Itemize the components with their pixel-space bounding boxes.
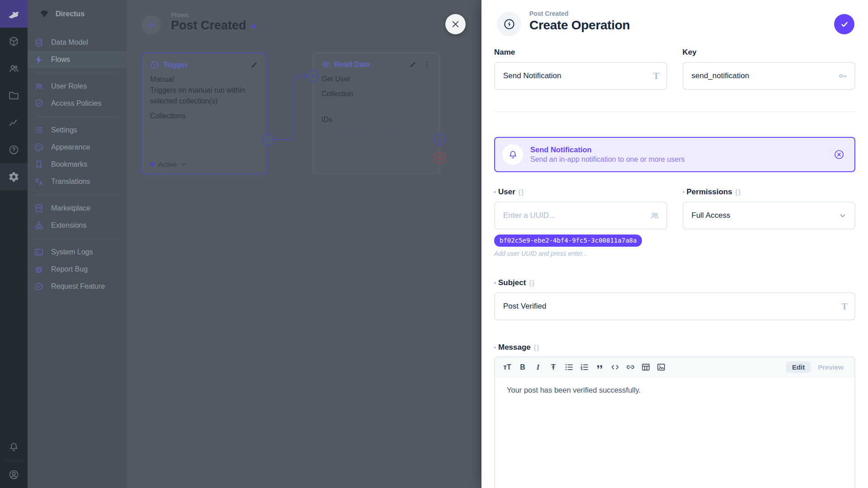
link-icon [626,362,635,372]
trigger-panel[interactable]: Trigger Manual Triggers on manual run wi… [141,52,267,174]
nav-divider [34,117,120,117]
status-label: Active [158,160,177,168]
module-bar [0,0,28,488]
remove-operation-type-button[interactable] [834,149,844,160]
active-dot-icon [150,162,155,167]
read-data-panel[interactable]: Read Data Get User Collection directus_u… [313,52,440,174]
edited-dot [494,191,496,193]
sidebar-item-system-logs[interactable]: System Logs [28,244,127,261]
sidebar-item-settings[interactable]: Settings [28,122,127,139]
settings-module-icon[interactable] [0,163,28,190]
documentation-module-icon[interactable] [0,136,28,163]
numbered-list-button[interactable] [577,361,591,374]
rabbit-logo-icon [6,6,22,22]
trigger-description-line1: Triggers on manual run within [150,85,258,96]
content-module-icon[interactable] [0,28,28,55]
title-format-icon[interactable]: T [841,301,848,312]
ids-value: {{$accountability.user}} [321,125,431,136]
insights-module-icon[interactable] [0,109,28,136]
project-row[interactable]: Directus [28,0,127,28]
create-operation-drawer: Post Created Create Operation Name Key S… [481,0,868,488]
permissions-label: Permissions [687,188,732,197]
permissions-select[interactable]: Full Access [683,202,856,230]
table-button[interactable] [639,361,652,374]
message-content[interactable]: Your post has been verified successfully… [495,377,854,403]
sidebar-item-label: System Logs [51,248,93,256]
blockquote-icon [595,362,604,372]
sidebar-item-bookmarks[interactable]: Bookmarks [28,156,127,173]
palette-icon [34,142,44,152]
raw-value-toggle-icon[interactable]: {} [529,279,535,286]
account-icon[interactable] [0,461,28,488]
save-button[interactable] [834,14,854,34]
verified-icon [34,282,44,291]
image-button[interactable] [654,361,668,374]
image-icon [656,362,666,372]
code-button[interactable] [608,361,622,374]
notifications-icon[interactable] [0,433,28,460]
sidebar-item-marketplace[interactable]: Marketplace [28,200,127,217]
sidebar-item-translations[interactable]: Translations [28,173,127,190]
strikethrough-button[interactable]: Ŧ [547,361,560,374]
raw-value-toggle-icon[interactable]: {} [736,188,741,196]
sidebar-item-appearance[interactable]: Appearance [28,139,127,156]
raw-value-toggle-icon[interactable]: {} [519,188,524,196]
sidebar-item-flows[interactable]: Flows [28,51,127,68]
sidebar-item-user-roles[interactable]: User Roles [28,78,127,95]
file-library-module-icon[interactable] [0,82,28,109]
bulleted-list-button[interactable] [562,361,576,374]
blockquote-button[interactable] [593,361,606,374]
format-size-button[interactable]: тT [500,361,514,374]
user-directory-module-icon[interactable] [0,55,28,82]
sidebar-item-data-model[interactable]: Data Model [28,34,127,51]
kebab-menu-icon[interactable] [423,61,431,69]
key-label: Key [683,48,697,57]
user-uuid-hint: Add user UUID and press enter... [494,250,667,257]
sidebar-item-request-feature[interactable]: Request Feature [28,278,127,295]
page-title: Post Created [171,19,255,33]
operation-name: Get User [321,74,431,84]
user-uuid-input[interactable]: Enter a UUID... [494,202,667,230]
collection-label: Collection [321,89,431,99]
people-icon[interactable] [650,211,660,221]
name-input[interactable]: Send Notification T [494,62,667,90]
trigger-description-line2: selected collection(s) [150,96,258,107]
edited-dot [494,347,496,348]
subject-input[interactable]: Post Verified T [494,292,855,320]
subject-label: Subject [498,278,526,287]
title-format-icon[interactable]: T [653,70,659,82]
user-uuid-chip[interactable]: bf02c5e9-ebe2-4bf4-9fc5-3c00811a7a8a [494,235,642,247]
edit-pencil-icon[interactable] [250,61,258,69]
database-icon [34,38,44,47]
arrow-left-icon [146,20,156,30]
italic-button[interactable]: I [531,361,545,374]
bold-button[interactable]: B [516,361,529,374]
key-input[interactable]: send_notification [683,62,856,90]
sidebar-item-report-bug[interactable]: Report Bug [28,261,127,278]
sidebar-item-access-policies[interactable]: Access Policies [28,95,127,112]
sidebar-item-extensions[interactable]: Extensions [28,217,127,234]
table-icon [641,362,651,372]
operation-type-banner[interactable]: Send Notification Send an in-app notific… [494,137,855,172]
directus-logo[interactable] [0,0,28,28]
panel-type-label: Read Data [335,61,405,69]
user-label: User [498,188,515,197]
code-icon [610,362,620,372]
bug-icon [34,264,44,274]
sidebar-item-label: Access Policies [51,99,101,108]
operation-type-description: Send an in-app notification to one or mo… [530,155,826,164]
link-button[interactable] [623,361,637,374]
collections-value: posts [150,122,258,132]
edit-tab[interactable]: Edit [786,361,811,373]
raw-value-toggle-icon[interactable]: {} [534,344,540,351]
preview-tab[interactable]: Preview [812,361,849,373]
sidebar-item-label: Appearance [51,143,90,151]
bookmark-icon [34,160,44,169]
flow-status-toggle[interactable]: Active [150,160,187,168]
edit-pencil-icon[interactable] [409,61,417,69]
close-drawer-button[interactable] [445,14,466,34]
trigger-bolt-icon [150,61,159,70]
storefront-icon [34,203,44,213]
key-icon [838,71,848,81]
back-button[interactable] [142,15,161,34]
